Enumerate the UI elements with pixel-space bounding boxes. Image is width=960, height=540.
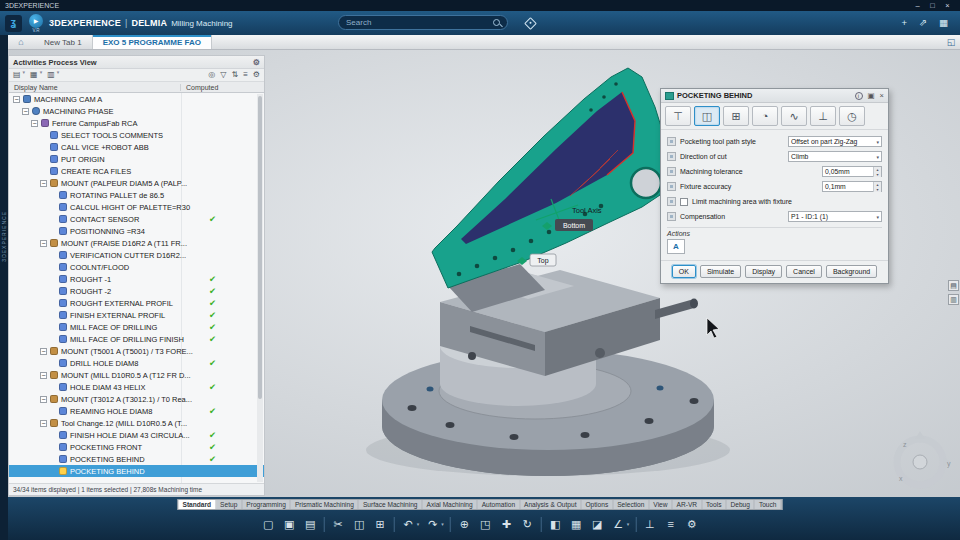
dialog-titlebar[interactable]: POCKETING BEHIND i▣×	[661, 89, 888, 103]
share-icon[interactable]: ⇗	[919, 11, 927, 35]
apps-icon[interactable]: ▦	[939, 11, 948, 35]
fit-all-icon[interactable]: ◳	[478, 513, 493, 535]
info-icon[interactable]: i	[855, 92, 863, 100]
tree-expander-icon[interactable]: −	[13, 96, 20, 103]
columns-view-icon[interactable]: ▦	[30, 69, 38, 81]
geometry-tab-icon[interactable]: ◫	[694, 106, 720, 126]
tree-row-coolnt-flood[interactable]: COOLNT/FLOOD	[9, 261, 264, 273]
ribbon-tab-surface-machining[interactable]: Surface Machining	[359, 500, 423, 509]
layout-view-icon[interactable]: ▥	[47, 69, 55, 81]
ribbon-tab-automation[interactable]: Automation	[478, 500, 520, 509]
tree-expander-icon[interactable]: −	[31, 120, 38, 127]
tree-toggle-icon[interactable]: ≡	[663, 513, 678, 535]
ribbon-tab-view[interactable]: View	[649, 500, 672, 509]
tree-row-reaming-hole-diam8[interactable]: REAMING HOLE DIAM8✔	[9, 405, 264, 417]
caret-down-icon[interactable]: ▾	[57, 69, 60, 81]
zoom-icon[interactable]: ⊕	[457, 513, 472, 535]
axis-system-icon[interactable]: ⊥	[642, 513, 657, 535]
add-content-icon[interactable]: +	[901, 11, 907, 35]
caret-down-icon[interactable]: ▾	[40, 69, 43, 81]
tree-panel-settings-icon[interactable]: ⚙	[253, 58, 260, 67]
panel-toggle-bottom-icon[interactable]: ▥	[948, 294, 959, 305]
input-machining-tolerance[interactable]: 0,05mm▴▾	[822, 166, 882, 177]
rotate-view-icon[interactable]: ↻	[520, 513, 535, 535]
spin-down-icon[interactable]: ▾	[874, 187, 881, 192]
play-compass-icon[interactable]: ▶	[29, 14, 43, 28]
view-compass[interactable]: z y x	[897, 431, 951, 485]
tree-expander-icon[interactable]: −	[40, 396, 47, 403]
feeds-speeds-tab-icon[interactable]: ◔	[752, 106, 778, 126]
open-icon[interactable]: ▣	[282, 513, 297, 535]
ribbon-tab-standard[interactable]: Standard	[178, 500, 216, 509]
tree-row-ferrure-campusfab-rca[interactable]: −Ferrure CampusFab RCA	[9, 117, 264, 129]
tree-row-rought-1[interactable]: ROUGHT -1✔	[9, 273, 264, 285]
ribbon-tab-ar-vr[interactable]: AR-VR	[673, 500, 703, 509]
tag-icon[interactable]	[524, 17, 537, 30]
tree-row-select-tools-comments[interactable]: SELECT TOOLS COMMENTS	[9, 129, 264, 141]
select-direction-of-cut[interactable]: Climb▾	[788, 151, 882, 162]
close-button[interactable]: ×	[940, 0, 955, 11]
view-mode-icon[interactable]: ▤	[13, 69, 21, 81]
background-button[interactable]: Background	[826, 265, 877, 278]
tool-tab-icon[interactable]: ⊤	[665, 106, 691, 126]
ribbon-tab-programming[interactable]: Programming	[242, 500, 291, 509]
select-compensation[interactable]: P1 - ID:1 (1)▾	[788, 211, 882, 222]
actions-icon[interactable]: A	[667, 239, 685, 254]
dock-icon[interactable]: ▣	[868, 89, 875, 102]
ribbon-tab-tools[interactable]: Tools	[702, 500, 726, 509]
measure-icon[interactable]: ∠	[611, 513, 626, 535]
tree-scrollbar[interactable]	[257, 94, 263, 482]
minimize-button[interactable]: –	[910, 0, 925, 11]
3ds-logo-icon[interactable]: ʓ	[5, 15, 22, 32]
tree-expander-icon[interactable]: −	[40, 420, 47, 427]
output-tab-icon[interactable]: ◷	[839, 106, 865, 126]
tree-row-mill-face-of-drilling-finish[interactable]: MILL FACE OF DRILLING FINISH✔	[9, 333, 264, 345]
panel-settings-icon[interactable]: ⚙	[253, 69, 260, 81]
tool-axis-tab-icon[interactable]: ⊥	[810, 106, 836, 126]
simulate-button[interactable]: Simulate	[700, 265, 741, 278]
copy-icon[interactable]: ◫	[352, 513, 367, 535]
tree-row-positionning-r34[interactable]: POSITIONNING =R34	[9, 225, 264, 237]
tree-row-machining-cam-a[interactable]: −MACHINING CAM A	[9, 93, 264, 105]
tree-row-drill-hole-diam8[interactable]: DRILL HOLE DIAM8✔	[9, 357, 264, 369]
maximize-button[interactable]: □	[925, 0, 940, 11]
sort-icon[interactable]: ⇅	[231, 69, 238, 81]
undo-icon[interactable]: ↶	[401, 513, 416, 535]
tree-row-pocketing-behind[interactable]: POCKETING BEHIND✔	[9, 453, 264, 465]
ribbon-tab-axial-machining[interactable]: Axial Machining	[423, 500, 478, 509]
tree-row-contact-sensor[interactable]: CONTACT SENSOR✔	[9, 213, 264, 225]
tree-expander-icon[interactable]: −	[40, 240, 47, 247]
select-pocketing-tool-path-style[interactable]: Offset on part Zig-Zag▾	[788, 136, 882, 147]
tree-row-rotating-pallet-de-86-5[interactable]: ROTATING PALLET de 86.5	[9, 189, 264, 201]
cancel-button[interactable]: Cancel	[786, 265, 822, 278]
tree-row-pocketing-front[interactable]: POCKETING FRONT✔	[9, 441, 264, 453]
tree-row-machining-phase[interactable]: −MACHINING PHASE	[9, 105, 264, 117]
new-icon[interactable]: ▢	[261, 513, 276, 535]
ribbon-tab-selection[interactable]: Selection	[613, 500, 649, 509]
tab-exo-5-programme-fao[interactable]: EXO 5 PROGRAMME FAO	[93, 35, 212, 49]
macro-tab-icon[interactable]: ∿	[781, 106, 807, 126]
paste-icon[interactable]: ⊞	[373, 513, 388, 535]
panel-toggle-top-icon[interactable]: ▤	[948, 280, 959, 291]
strategy-tab-icon[interactable]: ⊞	[723, 106, 749, 126]
tree-row-pocketing-behind[interactable]: POCKETING BEHIND	[9, 465, 264, 477]
tree-row-mill-face-of-drilling[interactable]: MILL FACE OF DRILLING✔	[9, 321, 264, 333]
filter-icon[interactable]: ▽	[220, 69, 226, 81]
tree-row-call-vice-robot-abb[interactable]: CALL VICE +ROBOT ABB	[9, 141, 264, 153]
caret-down-icon[interactable]: ▾	[417, 521, 420, 527]
cut-icon[interactable]: ✂	[331, 513, 346, 535]
redo-icon[interactable]: ↷	[425, 513, 440, 535]
tree-expander-icon[interactable]: −	[22, 108, 29, 115]
vise-screw-knob[interactable]	[690, 299, 698, 309]
tree-row-rought-external-profil[interactable]: ROUGHT EXTERNAL PROFIL✔	[9, 297, 264, 309]
tree-expander-icon[interactable]: −	[40, 348, 47, 355]
search-icon[interactable]: ◎	[208, 69, 215, 81]
tree-row-tool-change-12-mill-d10r0-5-a-t[interactable]: −Tool Change.12 (MILL D10R0.5 A (T...	[9, 417, 264, 429]
home-icon[interactable]: ⌂	[8, 35, 34, 49]
ok-button[interactable]: OK	[672, 265, 696, 278]
tree-expander-icon[interactable]: −	[40, 180, 47, 187]
ribbon-tab-options[interactable]: Options	[581, 500, 613, 509]
section-icon[interactable]: ◪	[590, 513, 605, 535]
expand-viewport-icon[interactable]: ◱	[942, 35, 960, 49]
caret-down-icon[interactable]: ▾	[627, 521, 630, 527]
